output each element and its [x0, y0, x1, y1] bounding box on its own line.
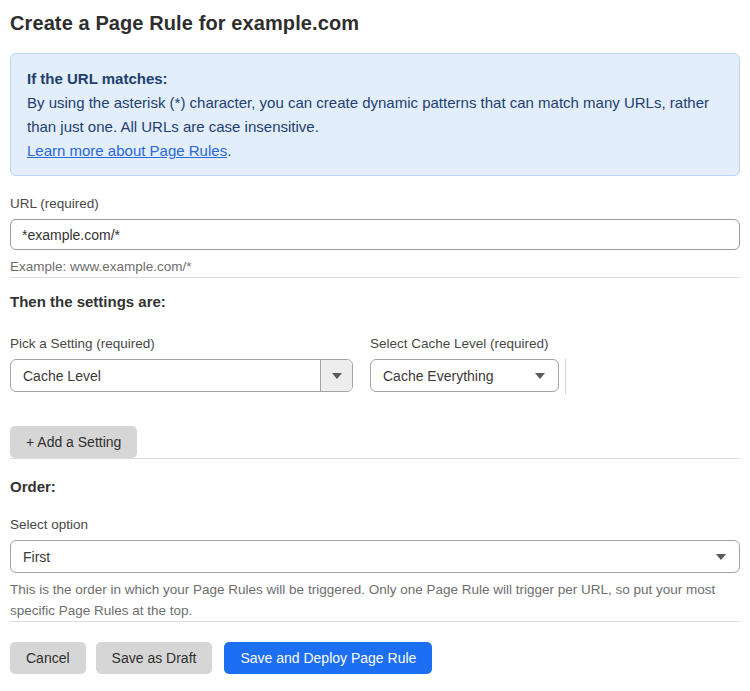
- page-rule-form: Create a Page Rule for example.com If th…: [0, 0, 750, 674]
- chevron-down-icon: [535, 373, 545, 379]
- footer-buttons: Cancel Save as Draft Save and Deploy Pag…: [10, 642, 740, 674]
- add-setting-button[interactable]: + Add a Setting: [10, 426, 137, 458]
- setting-select-value: Cache Level: [11, 368, 320, 384]
- cell-divider: [565, 359, 566, 394]
- order-select-label: Select option: [10, 517, 740, 532]
- setting-select-arrow-button[interactable]: [320, 360, 352, 391]
- cache-level-label: Select Cache Level (required): [370, 336, 566, 351]
- save-and-deploy-button[interactable]: Save and Deploy Page Rule: [224, 642, 432, 674]
- order-helper-text: This is the order in which your Page Rul…: [10, 579, 742, 621]
- page-title: Create a Page Rule for example.com: [10, 12, 740, 35]
- cache-level-select[interactable]: Cache Everything: [370, 359, 559, 392]
- section-divider: [10, 277, 740, 278]
- cache-level-caret-wrap: [535, 373, 558, 379]
- cancel-button[interactable]: Cancel: [10, 642, 86, 674]
- info-box-heading: If the URL matches:: [27, 67, 723, 91]
- cache-level-column: Select Cache Level (required) Cache Ever…: [370, 336, 566, 394]
- order-select[interactable]: First: [10, 540, 740, 573]
- order-select-value: First: [11, 549, 716, 565]
- learn-more-link[interactable]: Learn more about Page Rules: [27, 142, 227, 159]
- url-field-label: URL (required): [10, 196, 740, 211]
- order-section-heading: Order:: [10, 478, 740, 495]
- order-caret-wrap: [716, 554, 739, 560]
- chevron-down-icon: [332, 373, 342, 379]
- url-example-helper: Example: www.example.com/*: [10, 256, 740, 277]
- cache-level-wrap: Cache Everything: [370, 359, 566, 394]
- settings-row: Pick a Setting (required) Cache Level Se…: [10, 336, 740, 394]
- url-input[interactable]: [10, 219, 740, 250]
- section-divider: [10, 458, 740, 459]
- info-box-link-line: Learn more about Page Rules.: [27, 139, 723, 163]
- url-match-info-box: If the URL matches: By using the asteris…: [10, 53, 740, 176]
- setting-picker-label: Pick a Setting (required): [10, 336, 353, 351]
- save-as-draft-button[interactable]: Save as Draft: [96, 642, 213, 674]
- setting-picker-column: Pick a Setting (required) Cache Level: [10, 336, 353, 392]
- chevron-down-icon: [716, 554, 726, 560]
- section-divider: [10, 621, 740, 622]
- settings-section-heading: Then the settings are:: [10, 293, 740, 310]
- link-suffix: .: [227, 142, 231, 159]
- info-box-body: By using the asterisk (*) character, you…: [27, 91, 723, 139]
- setting-select[interactable]: Cache Level: [10, 359, 353, 392]
- cache-level-select-value: Cache Everything: [371, 368, 535, 384]
